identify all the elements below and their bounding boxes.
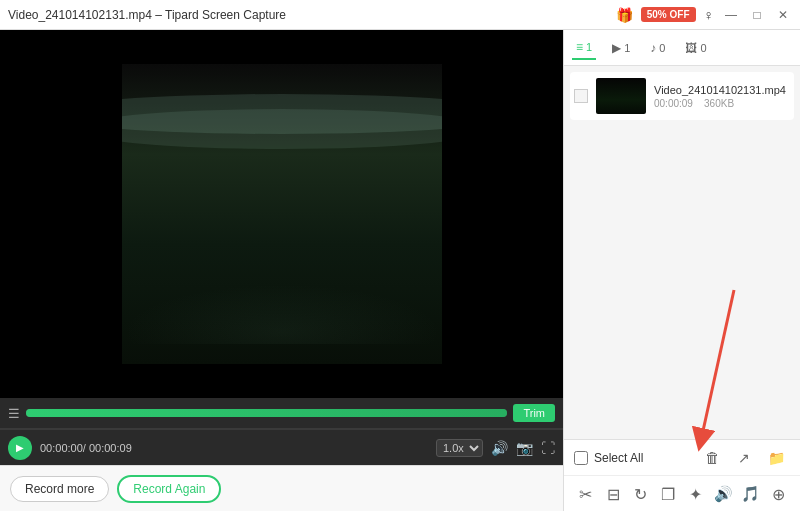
copy-icon: ❐ [661,485,675,504]
trim-button[interactable]: Trim [513,404,555,422]
app-title: Video_241014102131.mp4 – Tipard Screen C… [8,8,286,22]
record-again-button[interactable]: Record Again [117,475,221,503]
select-all-row: Select All 🗑 ↗ 📁 [564,440,800,476]
file-actions: 🗑 ↗ 📁 [698,444,790,472]
folder-button[interactable]: 📁 [762,444,790,472]
trim-progress-bar[interactable] [26,409,507,417]
audio-icon: 🔊 [714,485,733,503]
sliders-icon: ⊟ [607,485,620,504]
maximize-button[interactable]: □ [748,6,766,24]
left-panel: ☰ Trim ▶ 00:00:00/ 00:00:09 0.5x 1.0x 1.… [0,30,563,511]
tab-music[interactable]: ♪ 0 [646,37,669,59]
folder-icon: 📁 [768,450,785,466]
main-container: ☰ Trim ▶ 00:00:00/ 00:00:09 0.5x 1.0x 1.… [0,30,800,511]
profile-icon[interactable]: ♀ [704,7,715,23]
right-bottom: Select All 🗑 ↗ 📁 ✂ [564,439,800,511]
title-bar-left: Video_241014102131.mp4 – Tipard Screen C… [8,8,286,22]
scissors-icon: ✂ [579,485,592,504]
list-icon: ≡ [576,40,583,54]
video-area [0,30,563,398]
tab-image[interactable]: 🖼 0 [681,37,710,59]
volume-icon[interactable]: 🔊 [491,440,508,456]
rotate-button[interactable]: ↻ [627,480,655,508]
fullscreen-icon[interactable]: ⛶ [541,440,555,456]
right-toolbar: ✂ ⊟ ↻ ❐ ✦ 🔊 🎵 [564,476,800,511]
file-name: Video_241014102131.mp4 [654,84,790,96]
title-bar-right: 🎁 50% OFF ♀ — □ ✕ [616,6,792,24]
gift-icon[interactable]: 🎁 [616,7,633,23]
copy-button[interactable]: ❐ [655,480,683,508]
right-tabs: ≡ 1 ▶ 1 ♪ 0 🖼 0 [564,30,800,66]
title-bar: Video_241014102131.mp4 – Tipard Screen C… [0,0,800,30]
delete-icon: 🗑 [705,449,720,466]
file-checkbox[interactable] [574,89,588,103]
file-duration: 00:00:09 [654,98,693,109]
wave-layer-2 [122,109,442,149]
file-info: Video_241014102131.mp4 00:00:09 360KB [654,84,790,109]
scissors-button[interactable]: ✂ [572,480,600,508]
play-tab-icon: ▶ [612,41,621,55]
controls-bar: ▶ 00:00:00/ 00:00:09 0.5x 1.0x 1.5x 2.0x… [0,429,563,465]
play-button[interactable]: ▶ [8,436,32,460]
music-icon: ♪ [650,41,656,55]
effects-button[interactable]: ✦ [682,480,710,508]
action-bar: Record more Record Again [0,465,563,511]
camera-icon[interactable]: 📷 [516,440,533,456]
right-panel: ≡ 1 ▶ 1 ♪ 0 🖼 0 [563,30,800,511]
tab-play[interactable]: ▶ 1 [608,37,634,59]
select-all-checkbox[interactable] [574,451,588,465]
list-item[interactable]: Video_241014102131.mp4 00:00:09 360KB [570,72,794,120]
more-button[interactable]: ⊕ [765,480,793,508]
close-button[interactable]: ✕ [774,6,792,24]
volume-adjust-button[interactable]: 🎵 [737,480,765,508]
file-list: Video_241014102131.mp4 00:00:09 360KB [564,66,800,439]
volume-adjust-icon: 🎵 [741,485,760,503]
minimize-button[interactable]: — [722,6,740,24]
more-icon: ⊕ [772,485,785,504]
file-thumbnail [596,78,646,114]
export-icon: ↗ [738,450,750,466]
record-more-button[interactable]: Record more [10,476,109,502]
menu-icon[interactable]: ☰ [8,406,20,421]
time-display: 00:00:00/ 00:00:09 [40,442,132,454]
rotate-icon: ↻ [634,485,647,504]
trim-progress-fill [26,409,507,417]
sparkle-layer [122,284,442,344]
file-meta: 00:00:09 360KB [654,98,790,109]
promo-badge[interactable]: 50% OFF [641,7,696,22]
select-all-label: Select All [574,451,643,465]
speed-select[interactable]: 0.5x 1.0x 1.5x 2.0x [436,439,483,457]
tab-video[interactable]: ≡ 1 [572,36,596,60]
sliders-button[interactable]: ⊟ [600,480,628,508]
export-button[interactable]: ↗ [730,444,758,472]
delete-button[interactable]: 🗑 [698,444,726,472]
audio-button[interactable]: 🔊 [710,480,738,508]
trim-bar-area: ☰ Trim [0,398,563,428]
effects-icon: ✦ [689,485,702,504]
image-icon: 🖼 [685,41,697,55]
thumb-inner [596,78,646,114]
file-size: 360KB [704,98,734,109]
video-canvas [122,64,442,364]
